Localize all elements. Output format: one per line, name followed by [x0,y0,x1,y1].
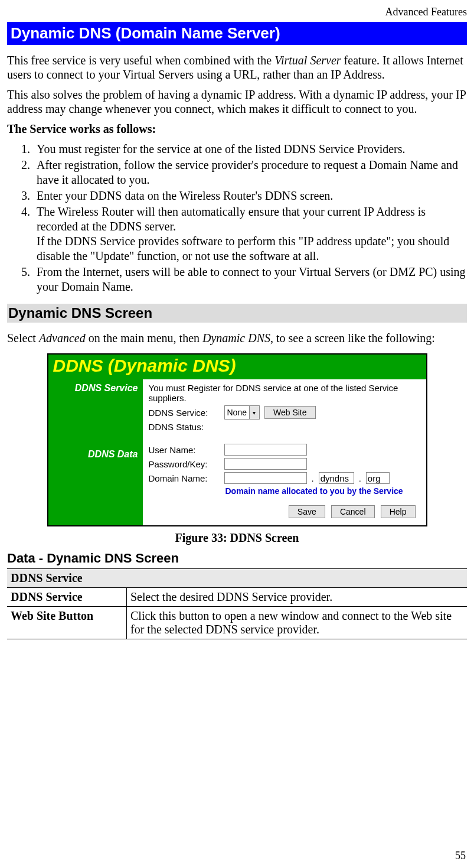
figure-container: DDNS (Dynamic DNS) DDNS Service DDNS Dat… [7,353,467,526]
cancel-button[interactable]: Cancel [331,505,375,518]
website-button[interactable]: Web Site [264,406,316,419]
domain-mid-input[interactable]: dyndns [319,472,354,484]
help-button[interactable]: Help [381,505,416,518]
table-value: Select the desired DDNS Service provider… [127,588,468,607]
data-table: DDNS Service DDNS Service Select the des… [7,568,467,639]
ui-label-password: Password/Key: [149,459,220,469]
ui-label-domain: Domain Name: [149,473,220,483]
step-item: After registration, follow the service p… [33,158,467,187]
select-advanced: Advanced [39,331,86,344]
page-title: Dynamic DNS (Domain Name Server) [7,22,467,45]
password-input[interactable] [224,458,307,470]
select-instruction: Select Advanced on the main menu, then D… [7,331,467,345]
works-as-follows-label: The Service works as follows: [7,122,467,136]
ddns-service-select[interactable]: None ▾ [224,405,260,420]
domain-hint: Domain name allocated to you by the Serv… [225,486,420,496]
domain-tld-input[interactable]: org [366,472,390,484]
section-heading: Dynamic DNS Screen [7,304,467,323]
table-section-header: DDNS Service [7,569,467,588]
table-key: DDNS Service [7,588,127,607]
ui-label-ddns-status: DDNS Status: [149,422,220,432]
ddns-screenshot: DDNS (Dynamic DNS) DDNS Service DDNS Dat… [47,353,427,526]
table-row: DDNS Service Select the desired DDNS Ser… [7,588,467,607]
step-item: You must register for the service at one… [33,142,467,157]
ui-register-note: You must Register for DDNS service at on… [149,383,420,403]
intro-p1-virtual-server: Virtual Server [274,54,341,67]
select-dynamic-dns: Dynamic DNS [202,331,270,344]
ui-label-username: User Name: [149,445,220,455]
save-button[interactable]: Save [289,505,325,518]
dot-separator: . [359,473,361,483]
step-item: The Wireless Router will then automatica… [33,204,467,264]
dot-separator: . [312,473,314,483]
chevron-down-icon: ▾ [249,406,259,419]
ui-label-ddns-service: DDNS Service: [149,408,220,418]
select-c: , to see a screen like the following: [270,331,435,344]
table-key: Web Site Button [7,607,127,639]
intro-paragraph-1: This free service is very useful when co… [7,53,467,82]
select-b: on the main menu, then [86,331,202,344]
steps-list: You must register for the service at one… [7,142,467,294]
page-number: 55 [455,850,466,862]
table-row: Web Site Button Click this button to ope… [7,607,467,639]
username-input[interactable] [224,444,307,456]
figure-caption: Figure 33: DDNS Screen [7,531,467,545]
table-value: Click this button to open a new window a… [127,607,468,639]
page-header-label: Advanced Features [7,6,467,18]
ddns-service-value: None [225,408,249,417]
data-table-heading: Data - Dynamic DNS Screen [7,551,467,566]
ui-window-title: DDNS (Dynamic DNS) [48,355,426,379]
select-a: Select [7,331,39,344]
ui-left-ddns-data: DDNS Data [53,449,138,460]
intro-p1-a: This free service is very useful when co… [7,54,274,67]
step-item: From the Internet, users will be able to… [33,265,467,294]
domain-input[interactable] [224,472,307,484]
ui-left-ddns-service: DDNS Service [53,383,138,394]
intro-paragraph-2: This also solves the problem of having a… [7,87,467,116]
step-item: Enter your DDNS data on the Wireless Rou… [33,188,467,203]
